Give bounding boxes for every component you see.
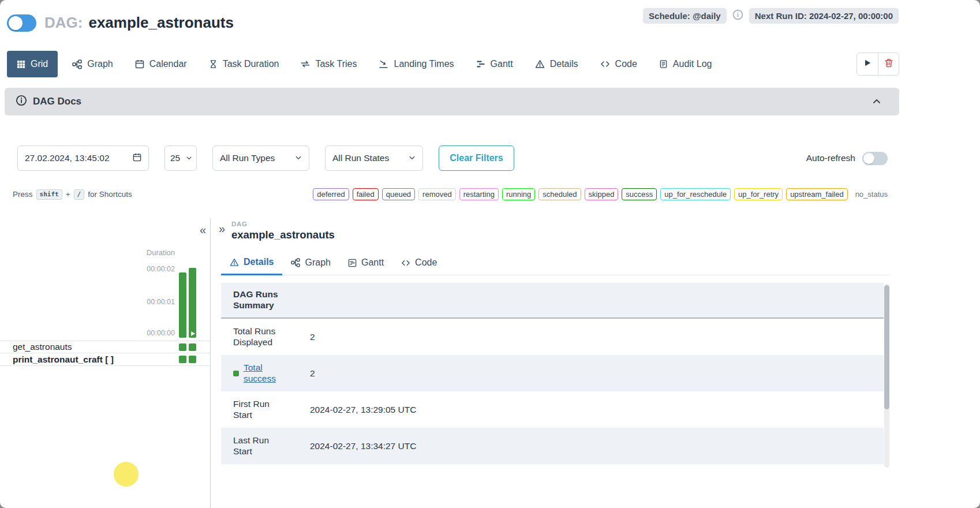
page-size-select[interactable]: 25 <box>164 145 197 171</box>
delete-dag-button[interactable] <box>878 53 899 75</box>
task-instance-success-square[interactable] <box>189 343 196 351</box>
summary-header: DAG Runs Summary <box>233 289 298 311</box>
detail-tab-code[interactable]: Code <box>392 252 446 275</box>
run-types-select[interactable]: All Run Types <box>212 145 309 171</box>
task-instance-success-square[interactable] <box>179 343 186 351</box>
scrollbar-thumb[interactable] <box>884 285 889 409</box>
next-run-badge: Next Run ID: 2024-02-27, 00:00:00 <box>749 8 899 24</box>
code-icon <box>600 59 610 69</box>
tab-gantt[interactable]: Gantt <box>465 51 524 77</box>
auto-refresh-toggle[interactable] <box>862 152 888 165</box>
tab-label: Grid <box>31 59 48 69</box>
dag-name: example_astronauts <box>88 14 233 32</box>
tab-details[interactable]: Details <box>524 51 589 77</box>
row-value: 2 <box>310 368 315 379</box>
task-row: get_astronauts <box>0 341 210 353</box>
tab-code[interactable]: Code <box>589 51 648 77</box>
tab-label: Gantt <box>491 59 513 69</box>
legend-no-status[interactable]: no_status <box>851 188 892 200</box>
dag-docs-panel[interactable]: DAG Docs <box>5 88 899 115</box>
tab-label: Task Duration <box>223 59 279 69</box>
legend-success[interactable]: success <box>622 188 657 200</box>
page-title: DAG: example_astronauts <box>44 14 234 32</box>
table-row: Total success 2 <box>221 355 884 391</box>
tab-label: Code <box>615 59 637 69</box>
airflow-dag-page: DAG: example_astronauts Schedule: @daily… <box>0 0 980 508</box>
expand-panel-button[interactable]: » <box>219 223 225 234</box>
legend-deferred[interactable]: deferred <box>313 188 349 200</box>
task-instance-success-square[interactable] <box>189 356 196 363</box>
slash-key: / <box>74 189 85 200</box>
chevron-up-icon[interactable] <box>872 97 881 106</box>
state-legend: deferred failed queued removed restartin… <box>313 188 892 200</box>
page-size-value: 25 <box>170 153 180 163</box>
total-success-link[interactable]: Total success <box>244 363 284 384</box>
legend-restarting[interactable]: restarting <box>459 188 499 200</box>
tab-label: Graph <box>305 257 330 268</box>
trigger-dag-button[interactable] <box>857 53 878 75</box>
detail-tab-details[interactable]: Details <box>221 252 282 275</box>
legend-scheduled[interactable]: scheduled <box>538 188 581 200</box>
detail-tab-gantt[interactable]: Gantt <box>339 252 392 275</box>
duration-bar-chart <box>179 218 197 338</box>
table-row: First Run Start 2024-02-27, 13:29:05 UTC <box>221 391 884 428</box>
axis-tick: 00:00:01 <box>147 298 175 306</box>
hourglass-icon <box>209 59 218 69</box>
toggle-knob <box>9 16 23 30</box>
run-states-select[interactable]: All Run States <box>325 145 423 171</box>
tab-audit-log[interactable]: Audit Log <box>648 51 723 77</box>
meta-row: Press shift + / for Shortcuts deferred f… <box>13 188 892 200</box>
axis-tick: 00:00:02 <box>147 265 175 273</box>
detail-tab-graph[interactable]: Graph <box>282 252 339 275</box>
tab-grid[interactable]: Grid <box>7 51 58 77</box>
toggle-knob <box>863 153 874 164</box>
trash-icon <box>884 58 893 70</box>
legend-failed[interactable]: failed <box>353 188 379 200</box>
row-value: 2 <box>310 332 315 342</box>
task-name[interactable]: print_astronaut_craft [ ] <box>13 354 114 365</box>
chevron-down-icon <box>409 153 416 163</box>
tab-label: Graph <box>87 59 113 69</box>
legend-queued[interactable]: queued <box>382 188 415 200</box>
tab-task-tries[interactable]: Task Tries <box>290 51 368 77</box>
dag-pause-toggle[interactable] <box>7 14 36 32</box>
clear-filters-button[interactable]: Clear Filters <box>439 145 514 171</box>
alert-triangle-icon <box>535 59 545 69</box>
tab-label: Task Tries <box>315 59 357 69</box>
auto-refresh-label: Auto-refresh <box>806 153 855 163</box>
run-duration-bar[interactable] <box>189 268 196 338</box>
collapse-panel-button[interactable]: « <box>200 224 206 236</box>
date-value: 27.02.2024, 13:45:02 <box>25 153 110 163</box>
table-row: Last Run Start 2024-02-27, 13:34:27 UTC <box>221 428 884 464</box>
code-icon <box>401 259 410 267</box>
alert-triangle-icon <box>230 258 239 267</box>
gantt-icon <box>476 59 485 69</box>
tab-calendar[interactable]: Calendar <box>124 51 198 77</box>
tab-task-duration[interactable]: Task Duration <box>198 51 290 77</box>
tab-landing-times[interactable]: Landing Times <box>368 51 465 77</box>
date-input[interactable]: 27.02.2024, 13:45:02 <box>17 145 149 171</box>
legend-running[interactable]: running <box>502 188 535 200</box>
tab-label: Gantt <box>361 257 384 268</box>
scrollbar-track[interactable] <box>884 284 889 468</box>
task-name[interactable]: get_astronauts <box>13 342 72 352</box>
row-label: First Run Start <box>221 399 310 420</box>
info-circle-icon[interactable] <box>732 9 743 23</box>
tab-graph[interactable]: Graph <box>61 51 124 77</box>
run-types-value: All Run Types <box>220 153 275 163</box>
run-duration-bar[interactable] <box>179 272 186 338</box>
legend-skipped[interactable]: skipped <box>585 188 619 200</box>
legend-up-for-retry[interactable]: up_for_retry <box>734 188 783 200</box>
legend-up-for-reschedule[interactable]: up_for_reschedule <box>660 188 731 200</box>
task-instance-success-square[interactable] <box>179 356 186 363</box>
tab-label: Audit Log <box>673 59 712 69</box>
calendar-icon[interactable] <box>133 153 141 164</box>
legend-upstream-failed[interactable]: upstream_failed <box>786 188 848 200</box>
row-label: Last Run Start <box>221 435 310 457</box>
row-value: 2024-02-27, 13:29:05 UTC <box>310 405 416 415</box>
header: DAG: example_astronauts <box>7 14 234 32</box>
legend-removed[interactable]: removed <box>418 188 456 200</box>
shortcuts-text: Press <box>13 190 33 199</box>
filters-bar: 27.02.2024, 13:45:02 25 All Run Types Al… <box>17 145 888 171</box>
tab-label: Code <box>415 257 437 268</box>
